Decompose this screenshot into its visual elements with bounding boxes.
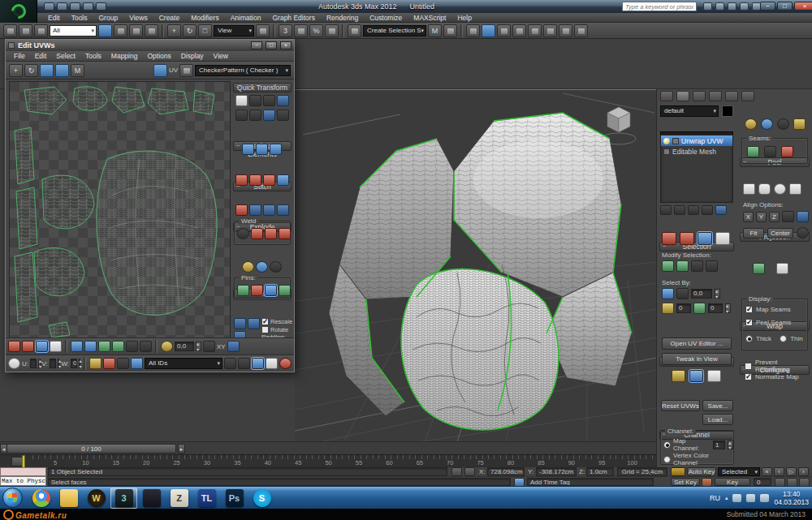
u-spinner[interactable] <box>38 359 41 368</box>
weld-all-icon[interactable] <box>251 228 263 239</box>
display-tab-icon[interactable] <box>725 91 738 101</box>
menu-item[interactable]: MAXScript <box>408 13 451 23</box>
named-selection-sets-dropdown[interactable]: Create Selection S <box>363 25 426 37</box>
subscription-icon[interactable] <box>715 2 724 11</box>
curve-editor-icon[interactable] <box>497 24 511 37</box>
modify-tab-icon[interactable] <box>676 91 689 101</box>
hierarchy-tab-icon[interactable] <box>693 91 706 101</box>
edge-limit-icon[interactable] <box>227 341 240 352</box>
show-map-toggle-icon[interactable] <box>153 64 167 77</box>
menu-item[interactable]: Create <box>153 13 186 23</box>
map-channel-radio[interactable] <box>663 441 671 449</box>
uvw-close-button[interactable]: × <box>280 41 292 49</box>
zoom-extents-icon[interactable] <box>266 358 278 369</box>
weld-target-icon[interactable] <box>279 228 291 239</box>
edit-named-sets-icon[interactable] <box>348 24 361 37</box>
weld-shared-icon[interactable] <box>265 228 277 239</box>
polygon-mode-icon[interactable] <box>698 232 712 245</box>
paint-select-minus-icon[interactable] <box>140 341 152 352</box>
menu-item[interactable]: Modifiers <box>185 13 224 23</box>
qt-rotate-ccw-icon[interactable] <box>263 95 275 106</box>
thin-radio[interactable] <box>780 335 787 342</box>
open-uv-editor-button[interactable]: Open UV Editor ... <box>662 337 732 350</box>
taskbar-app-tl-app[interactable]: TL <box>193 488 220 509</box>
taskbar-app-skype[interactable]: S <box>248 488 275 509</box>
align-x-button[interactable]: X <box>743 212 754 222</box>
shrink-selection-icon[interactable] <box>676 260 689 272</box>
object-name-field[interactable]: default <box>660 105 719 117</box>
volume-icon[interactable] <box>760 494 769 502</box>
key-filters-button[interactable]: Key Filters... <box>715 478 750 486</box>
uv-face-mode-icon[interactable] <box>36 341 48 352</box>
w-spinner[interactable] <box>79 359 81 368</box>
peel-mode-icon[interactable] <box>256 261 268 273</box>
edge-mode-icon[interactable] <box>680 232 694 245</box>
reset-uvws-button[interactable]: Reset UVWs <box>661 400 700 411</box>
select-and-scale-icon[interactable]: □ <box>198 24 212 37</box>
use-pivot-center-icon[interactable] <box>256 24 270 37</box>
uv-move-icon[interactable]: + <box>9 64 23 77</box>
manage-layers-icon[interactable] <box>466 24 480 37</box>
paint-select-icon[interactable] <box>126 341 138 352</box>
fit-button[interactable]: Fit <box>743 228 764 239</box>
menu-item[interactable]: Customize <box>364 13 408 23</box>
align-icon[interactable] <box>443 24 457 37</box>
render-setup-icon[interactable] <box>543 24 557 37</box>
current-frame-field[interactable]: 0 <box>754 478 771 486</box>
modifier-stack-item-unwrap-uvw[interactable]: Unwrap UVW <box>661 135 732 146</box>
falloff-type-icon[interactable] <box>203 341 215 352</box>
graphite-modeling-tools-icon[interactable] <box>482 24 495 37</box>
zoom-icon[interactable] <box>238 358 250 369</box>
save-file-icon[interactable] <box>70 2 80 11</box>
start-button[interactable] <box>2 488 23 508</box>
spline-wrap-icon[interactable] <box>753 263 765 274</box>
qt-align-v-icon[interactable] <box>249 110 261 121</box>
modifier-stack-item-editable-mesh[interactable]: Editable Mesh <box>661 146 732 157</box>
maxscript-mini-listener[interactable]: Max to Physc <box>0 476 46 486</box>
rescale-checkbox[interactable] <box>261 318 269 325</box>
auto-key-icon[interactable] <box>671 467 685 476</box>
snap-magnet-icon[interactable] <box>279 358 292 369</box>
select-object-icon[interactable] <box>98 24 112 37</box>
break-icon[interactable] <box>235 204 248 216</box>
action-center-icon[interactable] <box>732 494 741 502</box>
uv-rotate-icon[interactable]: ↻ <box>24 64 38 77</box>
select-by-name-icon[interactable] <box>114 24 127 37</box>
modifier-enabled-icon[interactable] <box>663 138 670 144</box>
open-file-icon[interactable] <box>57 2 67 11</box>
menu-item[interactable]: Edit <box>42 13 66 23</box>
auto-key-button[interactable]: Auto Key <box>687 467 716 476</box>
schematic-view-icon[interactable] <box>512 24 526 37</box>
material-id-field[interactable]: 0 <box>708 303 723 313</box>
select-and-link-icon[interactable] <box>3 24 17 37</box>
planar-angle-spinner[interactable] <box>715 289 720 299</box>
menu-item[interactable]: Help <box>451 13 477 23</box>
menu-item[interactable]: Tools <box>66 13 93 23</box>
uvw-menu-item[interactable]: File <box>9 51 30 61</box>
convert-edge-to-seam-icon[interactable] <box>781 146 793 157</box>
relax-until-flat-icon[interactable] <box>270 144 282 155</box>
stitch-average-icon[interactable] <box>249 174 261 186</box>
uvw-menu-item[interactable]: Display <box>176 51 209 61</box>
add-time-tag[interactable]: Add Time Tag <box>527 478 654 486</box>
reset-peel-icon[interactable] <box>777 118 789 130</box>
infocenter-search-input[interactable] <box>622 2 697 11</box>
qt-align-h-icon[interactable] <box>235 110 248 121</box>
grow-uv-selection-icon[interactable] <box>71 341 83 352</box>
spherical-map-icon[interactable] <box>774 183 786 195</box>
utilities-tab-icon[interactable] <box>741 91 754 101</box>
render-production-icon[interactable] <box>574 24 588 37</box>
vertex-mode-icon[interactable] <box>662 232 676 245</box>
edit-uvws-title-bar[interactable]: Edit UVWs − □ × <box>6 40 294 51</box>
select-by-smoothing-group-icon[interactable] <box>662 303 674 314</box>
v-spinner[interactable] <box>58 359 60 368</box>
next-frame-icon[interactable]: › <box>798 467 809 476</box>
checker-pattern-dropdown[interactable]: CheckerPattern ( Checker ) <box>195 65 291 76</box>
grow-selection-icon[interactable] <box>662 260 674 272</box>
align-z-button[interactable]: Z <box>769 212 780 222</box>
minimize-button[interactable]: − <box>760 2 775 11</box>
qt-rotate-cw-icon[interactable] <box>277 95 289 106</box>
selection-set-dropdown[interactable]: Selected <box>718 467 760 476</box>
menu-item[interactable]: Rendering <box>321 13 364 23</box>
surface-wrap-icon[interactable] <box>776 263 788 274</box>
